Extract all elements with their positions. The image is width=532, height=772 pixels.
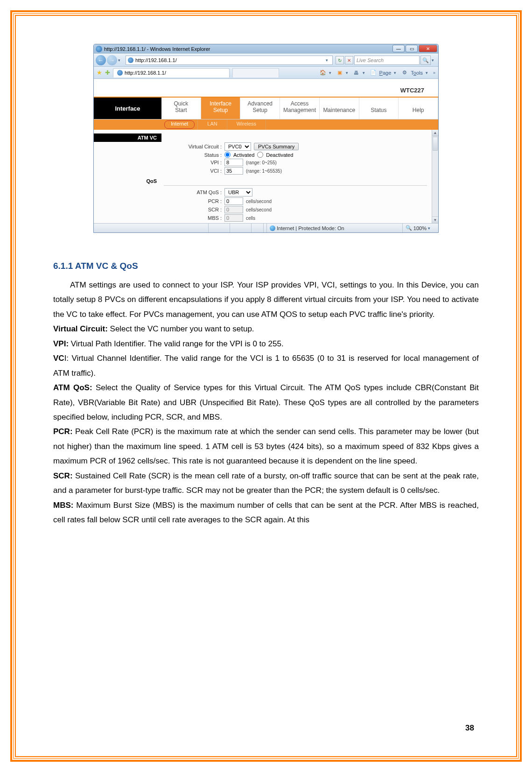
status-label: Status : bbox=[94, 152, 224, 158]
mbs-label: MBS : bbox=[94, 215, 224, 221]
pcr-input[interactable] bbox=[224, 197, 243, 205]
window-titlebar: http://192.168.1.1/ - Windows Internet E… bbox=[94, 44, 438, 54]
tools-menu-dropdown[interactable]: ▾ bbox=[426, 70, 430, 75]
nav-history-dropdown[interactable]: ▾ bbox=[118, 58, 123, 63]
subtab-wireless[interactable]: Wireless bbox=[227, 119, 266, 130]
scr-input bbox=[224, 206, 243, 213]
mbs-term: MBS: bbox=[53, 501, 73, 510]
tab-advanced-setup[interactable]: AdvancedSetup bbox=[240, 98, 280, 119]
section-qos: QoS bbox=[94, 177, 161, 185]
zoom-icon[interactable]: 🔍 bbox=[406, 225, 412, 231]
zoom-dropdown[interactable]: ▾ bbox=[428, 226, 433, 231]
side-category: Interface bbox=[94, 98, 161, 119]
url-input[interactable] bbox=[135, 57, 324, 63]
tab-title: http://192.168.1.1/ bbox=[125, 70, 166, 76]
search-placeholder: Live Search bbox=[357, 57, 384, 63]
address-bar[interactable]: ▾ bbox=[126, 56, 333, 65]
virtual-circuit-label: Virtual Circuit : bbox=[94, 144, 224, 149]
stop-button[interactable]: ✕ bbox=[345, 56, 353, 64]
search-box[interactable]: Live Search bbox=[354, 56, 420, 65]
tab-access-management[interactable]: AccessManagement bbox=[280, 98, 320, 119]
tab-quick-start[interactable]: QuickStart bbox=[161, 98, 201, 119]
window-title: http://192.168.1.1/ - Windows Internet E… bbox=[104, 46, 210, 52]
close-button[interactable]: ✕ bbox=[419, 45, 437, 52]
model-label: WTC227 bbox=[400, 87, 424, 94]
subtab-internet[interactable]: Internet bbox=[161, 119, 198, 130]
section-heading: 6.1.1 ATM VC & QoS bbox=[53, 261, 479, 271]
vpi-desc: Virtual Path Identifier. The valid range… bbox=[69, 339, 284, 348]
search-button[interactable]: 🔍 bbox=[420, 56, 431, 65]
nav-toolbar: ← → ▾ ▾ ↻ ✕ Live Search 🔍 ▾ bbox=[94, 54, 438, 67]
vc-desc: Select the VC number you want to setup. bbox=[108, 324, 254, 333]
home-icon[interactable]: 🏠 bbox=[320, 70, 326, 76]
scroll-down-button[interactable]: ▼ bbox=[432, 217, 438, 223]
document-body: ATM settings are used to connect to your… bbox=[53, 278, 479, 527]
maximize-button[interactable]: ▭ bbox=[406, 45, 418, 52]
add-favorites-icon[interactable]: ✚ bbox=[105, 69, 110, 76]
router-header: WTC227 bbox=[94, 79, 438, 98]
minimize-button[interactable]: — bbox=[392, 45, 405, 52]
home-dropdown[interactable]: ▾ bbox=[329, 70, 334, 75]
virtual-circuit-select[interactable]: PVC0 bbox=[224, 142, 251, 151]
tab-help[interactable]: Help bbox=[399, 98, 438, 119]
url-dropdown[interactable]: ▾ bbox=[326, 58, 330, 63]
vpi-hint: (range: 0~255) bbox=[246, 160, 277, 165]
pcr-desc: Peak Cell Rate (PCR) is the maximum rate… bbox=[53, 427, 479, 465]
print-icon[interactable]: 🖶 bbox=[353, 70, 360, 76]
tab-page-icon bbox=[117, 70, 123, 76]
scroll-up-button[interactable]: ▲ bbox=[432, 130, 438, 136]
mbs-input bbox=[224, 214, 243, 222]
mbs-desc: Maximum Burst Size (MBS) is the maximum … bbox=[53, 501, 479, 524]
tab-status[interactable]: Status bbox=[359, 98, 399, 119]
status-activated-radio[interactable] bbox=[224, 152, 231, 158]
feeds-icon[interactable]: ▣ bbox=[336, 70, 343, 76]
search-dropdown[interactable]: ▾ bbox=[432, 58, 436, 63]
atmqos-desc: Select the Quality of Service types for … bbox=[53, 383, 479, 421]
internet-zone-icon bbox=[270, 225, 275, 231]
browser-tab[interactable]: http://192.168.1.1/ bbox=[113, 68, 230, 77]
scr-desc: Sustained Cell Rate (SCR) is the mean ce… bbox=[53, 471, 479, 495]
browser-window: http://192.168.1.1/ - Windows Internet E… bbox=[93, 44, 439, 233]
main-nav: Interface QuickStart InterfaceSetup Adva… bbox=[94, 98, 438, 119]
back-button[interactable]: ← bbox=[96, 55, 106, 65]
vpi-input[interactable] bbox=[224, 159, 243, 166]
subtab-lan[interactable]: LAN bbox=[198, 119, 227, 130]
vci-desc: I: Virtual Channel Identifier. The valid… bbox=[53, 354, 479, 377]
tab-maintenance[interactable]: Maintenance bbox=[320, 98, 359, 119]
status-deactivated-radio[interactable] bbox=[257, 152, 263, 158]
router-content: ATM VC Virtual Circuit : PVC0 PVCs Summa… bbox=[94, 130, 438, 223]
scr-hint: cells/second bbox=[246, 207, 272, 212]
tools-menu[interactable]: ToToolsols bbox=[411, 70, 423, 76]
tab-interface-setup[interactable]: InterfaceSetup bbox=[201, 98, 241, 119]
favorites-icon[interactable]: ★ bbox=[97, 69, 102, 76]
pcr-label: PCR : bbox=[94, 198, 224, 204]
vertical-scrollbar[interactable]: ▲ ▼ bbox=[432, 130, 438, 223]
tab-toolbar: ★ ✚ http://192.168.1.1/ 🏠▾ ▣▾ 🖶▾ 📄 PPage… bbox=[94, 67, 438, 79]
status-deactivated-text: Deactivated bbox=[266, 152, 293, 158]
feeds-dropdown[interactable]: ▾ bbox=[346, 70, 350, 75]
mbs-hint: cells bbox=[246, 216, 255, 221]
vci-input[interactable] bbox=[224, 167, 243, 175]
atmqos-select[interactable]: UBR bbox=[224, 188, 252, 197]
section-atm-vc: ATM VC bbox=[94, 133, 161, 142]
forward-button[interactable]: → bbox=[107, 55, 117, 65]
toolbar-overflow[interactable]: » bbox=[433, 70, 435, 75]
browser-statusbar: Internet | Protected Mode: On 🔍 100% ▾ bbox=[94, 223, 438, 232]
pvcs-summary-button[interactable]: PVCs Summary bbox=[254, 143, 299, 150]
vci-label: VCI : bbox=[94, 168, 224, 174]
vpi-label: VPI : bbox=[94, 160, 224, 165]
new-tab-stub[interactable] bbox=[232, 68, 279, 77]
pcr-hint: cells/second bbox=[246, 199, 272, 204]
page-number: 38 bbox=[465, 723, 474, 733]
refresh-button[interactable]: ↻ bbox=[336, 56, 344, 64]
atmqos-term: ATM QoS: bbox=[53, 383, 92, 392]
protected-mode-text: Internet | Protected Mode: On bbox=[277, 225, 344, 231]
intro-paragraph: ATM settings are used to connect to your… bbox=[53, 278, 479, 322]
scroll-thumb[interactable] bbox=[433, 137, 438, 151]
pcr-term: PCR: bbox=[53, 427, 73, 436]
print-dropdown[interactable]: ▾ bbox=[363, 70, 367, 75]
zoom-level: 100% bbox=[413, 225, 427, 231]
page-menu[interactable]: PPageage bbox=[379, 70, 392, 76]
ie-icon bbox=[96, 46, 102, 52]
page-menu-dropdown[interactable]: ▾ bbox=[394, 70, 399, 75]
